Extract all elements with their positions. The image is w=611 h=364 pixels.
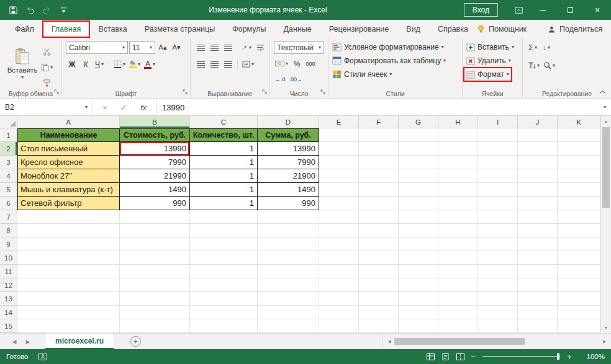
cell-K4[interactable]: [558, 169, 600, 183]
align-left-button[interactable]: [194, 58, 207, 71]
row-header-12[interactable]: 12: [0, 278, 17, 292]
cell-C13[interactable]: [190, 292, 258, 306]
tab-formulas[interactable]: Формулы: [224, 21, 274, 37]
cell-A12[interactable]: [17, 278, 120, 292]
cell-G2[interactable]: [399, 142, 438, 156]
cell-K6[interactable]: [558, 197, 600, 210]
cell-K13[interactable]: [558, 292, 600, 306]
cell-E1[interactable]: [319, 128, 359, 142]
cell-K5[interactable]: [558, 183, 600, 197]
cell-E6[interactable]: [319, 197, 359, 210]
percent-style-button[interactable]: %: [291, 57, 303, 70]
enter-button[interactable]: ✓: [114, 103, 133, 112]
cell-F10[interactable]: [359, 251, 399, 265]
close-button[interactable]: ×: [584, 0, 611, 20]
cell-B15[interactable]: [120, 319, 190, 333]
row-header-6[interactable]: 6: [0, 197, 17, 210]
cell-F15[interactable]: [359, 319, 399, 333]
cell-E7[interactable]: [319, 210, 359, 224]
cell-D6[interactable]: 990: [258, 197, 319, 210]
cell-B5[interactable]: 1490: [120, 183, 190, 197]
underline-button[interactable]: Ч▾: [93, 58, 106, 71]
orientation-button[interactable]: ▾: [240, 41, 253, 54]
cell-B9[interactable]: [120, 237, 190, 251]
cell-A13[interactable]: [17, 292, 120, 306]
cell-J11[interactable]: [518, 265, 558, 278]
column-header-I[interactable]: I: [478, 116, 518, 128]
cell-D15[interactable]: [258, 319, 319, 333]
cell-F2[interactable]: [359, 142, 399, 156]
cell-F9[interactable]: [359, 237, 399, 251]
cell-D8[interactable]: [258, 224, 319, 237]
cell-J10[interactable]: [518, 251, 558, 265]
cell-C14[interactable]: [190, 306, 258, 319]
zoom-in-button[interactable]: +: [564, 352, 575, 362]
view-normal-button[interactable]: [423, 350, 438, 363]
collapse-ribbon-button[interactable]: [599, 87, 606, 96]
expand-formula-bar-button[interactable]: ▾: [604, 99, 611, 115]
cell-H8[interactable]: [438, 224, 478, 237]
cell-C2[interactable]: 1: [190, 142, 258, 156]
cell-I7[interactable]: [478, 210, 518, 224]
cell-F8[interactable]: [359, 224, 399, 237]
cell-I2[interactable]: [478, 142, 518, 156]
cell-D10[interactable]: [258, 251, 319, 265]
column-header-K[interactable]: K: [558, 116, 600, 128]
cell-C6[interactable]: 1: [190, 197, 258, 210]
cell-J8[interactable]: [518, 224, 558, 237]
alignment-dialog-launcher[interactable]: [262, 88, 268, 97]
column-header-E[interactable]: E: [319, 116, 359, 128]
cell-E10[interactable]: [319, 251, 359, 265]
zoom-level[interactable]: 100%: [579, 353, 605, 360]
tab-data[interactable]: Данные: [275, 21, 320, 37]
cell-A9[interactable]: [17, 237, 120, 251]
cell-K7[interactable]: [558, 210, 600, 224]
cell-K9[interactable]: [558, 237, 600, 251]
cell-D9[interactable]: [258, 237, 319, 251]
cell-G10[interactable]: [399, 251, 438, 265]
cell-B2[interactable]: 13990: [120, 142, 190, 156]
decrease-decimal-button[interactable]: .00→: [288, 73, 304, 86]
increase-decimal-button[interactable]: ←.0: [274, 73, 287, 86]
cell-H9[interactable]: [438, 237, 478, 251]
vertical-scrollbar[interactable]: ▲ ▼: [600, 116, 611, 333]
vertical-scroll-thumb[interactable]: [602, 127, 610, 208]
assistant-button[interactable]: Помощник: [477, 25, 527, 33]
cell-E14[interactable]: [319, 306, 359, 319]
cell-G8[interactable]: [399, 224, 438, 237]
cell-J3[interactable]: [518, 156, 558, 169]
column-header-D[interactable]: D: [258, 116, 319, 128]
bold-button[interactable]: Ж: [66, 58, 78, 71]
format-as-table-button[interactable]: Форматировать как таблицу ▾: [330, 54, 448, 68]
cell-H1[interactable]: [438, 128, 478, 142]
name-box[interactable]: B2 ▾: [0, 99, 93, 115]
view-page-layout-button[interactable]: [438, 350, 453, 363]
format-button[interactable]: Формат ▾: [464, 68, 512, 81]
cell-B7[interactable]: [120, 210, 190, 224]
cell-H6[interactable]: [438, 197, 478, 210]
cell-B12[interactable]: [120, 278, 190, 292]
horizontal-scroll-thumb[interactable]: [394, 338, 525, 345]
scroll-right-icon[interactable]: ▶: [600, 339, 610, 344]
cell-B14[interactable]: [120, 306, 190, 319]
cell-F14[interactable]: [359, 306, 399, 319]
cell-D13[interactable]: [258, 292, 319, 306]
cell-B1[interactable]: Стоимость, руб.: [120, 128, 190, 142]
cell-H5[interactable]: [438, 183, 478, 197]
borders-button[interactable]: ▾: [112, 58, 127, 71]
sheet-nav-right-icon[interactable]: ▶: [21, 339, 35, 345]
cell-H10[interactable]: [438, 251, 478, 265]
cell-I15[interactable]: [478, 319, 518, 333]
cell-styles-button[interactable]: Стили ячеек ▾: [330, 68, 394, 81]
zoom-slider[interactable]: [482, 356, 560, 357]
cell-C1[interactable]: Количество, шт.: [190, 128, 258, 142]
cell-J2[interactable]: [518, 142, 558, 156]
cell-J14[interactable]: [518, 306, 558, 319]
align-middle-button[interactable]: [208, 41, 220, 54]
cell-H4[interactable]: [438, 169, 478, 183]
cell-J5[interactable]: [518, 183, 558, 197]
column-header-C[interactable]: C: [190, 116, 258, 128]
row-header-7[interactable]: 7: [0, 210, 17, 224]
cell-B3[interactable]: 7990: [120, 156, 190, 169]
cell-J12[interactable]: [518, 278, 558, 292]
